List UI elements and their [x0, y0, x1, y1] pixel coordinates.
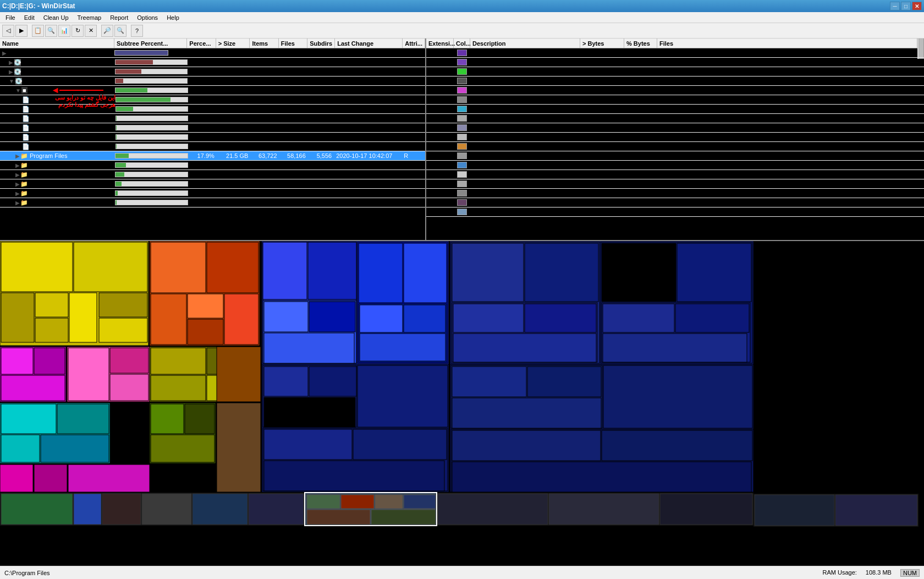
- color-wav: [457, 209, 467, 215]
- ext-row-sys[interactable]: .sys System file 53.9 GB 5.0% 884: [426, 67, 924, 77]
- ext-row-ae[interactable]: .ae... AECACHE File 18.4 GB 1.7% 11,465: [426, 151, 924, 161]
- tree-row-mycomputer[interactable]: ▶ 🖥 My Computer [1:14 s] 1.0 TB 392,732 …: [0, 48, 425, 58]
- tree-col-size[interactable]: > Size: [216, 39, 250, 48]
- ext-row-tif[interactable]: .tif TIF File 20.0 GB 1.9% 858: [426, 133, 924, 142]
- svg-rect-70: [452, 243, 524, 302]
- expand-programdata[interactable]: ▶: [15, 172, 20, 178]
- icon-vd: 💽: [14, 59, 21, 66]
- tree-row-bootnxt[interactable]: 📄 BOOTNXT 0.0% 1 Bytes 2013-06-18 12:18:…: [0, 142, 425, 151]
- expand-mycomputer[interactable]: ▶: [2, 50, 7, 56]
- svg-rect-101: [307, 495, 340, 509]
- ext-row-mov[interactable]: .mov KMP - Apple QuickTime File 106.8 GB…: [426, 58, 924, 67]
- ext-row-psd[interactable]: .psd Adobe Photoshop Image.19 32.6 GB 3.…: [426, 105, 924, 114]
- color-tif: [457, 134, 467, 140]
- tree-col-attri[interactable]: Attri...: [403, 39, 425, 48]
- ext-row-rar[interactable]: .rar WinRAR archive 48.1 GB 4.5% 113: [426, 86, 924, 95]
- tree-row-programdata[interactable]: ▶ 📁 ProgramData 12.3% 14.7 GB 16,628 15,…: [0, 170, 425, 179]
- ext-row-mkv[interactable]: .mkv KMP - Matroska File 6.3 GB 0.6% 18: [426, 198, 924, 207]
- tb-btn-6[interactable]: ↻: [72, 25, 84, 37]
- ext-row-exe[interactable]: .exe Application 11.4 GB 1.1% 3,563: [426, 161, 924, 170]
- svg-rect-4: [35, 318, 68, 342]
- svg-rect-104: [404, 495, 436, 509]
- tree-row-programfiles[interactable]: ▶ 📁 Program Files 17.9% 21.5 GB 63,722 5…: [0, 151, 425, 161]
- tree-col-lastchange[interactable]: Last Change: [335, 39, 403, 48]
- tree-col-items[interactable]: Items: [250, 39, 278, 48]
- svg-rect-24: [224, 294, 258, 345]
- ext-col-ext-header[interactable]: Extensi...: [426, 39, 454, 48]
- tree-col-subdirs[interactable]: Subdirs: [307, 39, 335, 48]
- ext-row-dll[interactable]: .dll Application extension 22.3 GB 2.1% …: [426, 123, 924, 133]
- tb-btn-2[interactable]: ▶: [15, 25, 28, 37]
- svg-rect-92: [452, 462, 751, 492]
- tree-col-files[interactable]: Files: [279, 39, 307, 48]
- close-button[interactable]: ✕: [912, 2, 922, 10]
- icon-files: ■: [21, 87, 28, 94]
- svg-rect-71: [525, 243, 598, 302]
- ext-col-bytes-header[interactable]: > Bytes: [580, 39, 624, 48]
- menu-report[interactable]: Report: [106, 14, 133, 21]
- ext-row-iso[interactable]: .iso Disc Image File 9.1 GB 0.8% 3: [426, 179, 924, 189]
- svg-rect-86: [527, 367, 601, 397]
- bar-recovery: [115, 200, 188, 205]
- menu-help[interactable]: Help: [162, 14, 184, 21]
- tree-row-projectlog[interactable]: 📄 Project.log 0.0% 1.4 KB 2020-06-29 16:…: [0, 133, 425, 142]
- tree-col-subtree[interactable]: Subtree Percent...: [114, 39, 187, 48]
- tree-col-perce[interactable]: Perce...: [187, 39, 216, 48]
- expand-e[interactable]: ▶: [9, 69, 13, 75]
- tree-row-users[interactable]: ▶ 📁 Users 8.0% 9.6 GB 57,318 47,691 9,62…: [0, 179, 425, 189]
- tb-btn-5[interactable]: 📊: [58, 25, 70, 37]
- tree-row-c[interactable]: ▼ 💽 (C:) 11.2% 120.0 GB 288,720 247,291 …: [0, 77, 425, 86]
- svg-rect-85: [452, 367, 526, 397]
- color-sys: [457, 68, 467, 75]
- status-bar: C:\Program Files RAM Usage: 108.3 MB NUM: [0, 566, 924, 579]
- tb-btn-3[interactable]: 📋: [32, 25, 44, 37]
- tb-btn-4[interactable]: 🔍: [45, 25, 57, 37]
- color-exe: [457, 162, 467, 168]
- menu-edit[interactable]: Edit: [20, 14, 39, 21]
- expand-c[interactable]: ▼: [9, 78, 14, 84]
- expand-programfiles[interactable]: ▶: [15, 153, 20, 159]
- tree-row-e[interactable]: ▶ 💽 (E:) 36.0% 386.7 GB 47,921 46,445 1,…: [0, 67, 425, 77]
- tb-btn-7[interactable]: ✕: [85, 25, 97, 37]
- svg-rect-19: [151, 242, 206, 293]
- expand-programfilesx86[interactable]: ▶: [15, 190, 20, 196]
- ext-row-mts[interactable]: .mts MTS File 34.8 GB 3.2% 75: [426, 95, 924, 105]
- icon-windows: 📁: [20, 162, 28, 169]
- ext-row-mp4[interactable]: .mp4 KMP - MP4 Audio/Video File 540.9 GB…: [426, 48, 924, 58]
- ext-row-zip[interactable]: .zip WinRAR ZIP archive 19.7 GB 1.8% 772: [426, 142, 924, 151]
- ext-row-vdi[interactable]: .vdi VDI File 11.2 GB 1.0% 4: [426, 170, 924, 179]
- ext-col-files-header[interactable]: Files: [657, 39, 917, 48]
- treemap-area[interactable]: [0, 241, 924, 566]
- maximize-button[interactable]: □: [901, 2, 911, 10]
- tb-btn-8[interactable]: 🔎: [101, 25, 113, 37]
- ext-row-cfa[interactable]: .cfa CFA File 50.2 GB 4.7% 306: [426, 77, 924, 86]
- tree-col-name[interactable]: Name: [0, 39, 114, 48]
- ext-col-color-header[interactable]: Col...: [454, 39, 470, 48]
- minimize-button[interactable]: ─: [890, 2, 900, 10]
- menu-options[interactable]: Options: [133, 14, 162, 21]
- tb-btn-10[interactable]: ?: [131, 25, 143, 37]
- tree-row-vd[interactable]: ▶ 💽 vD (D:) 52.3% 562.4 GB 55,929 53,065…: [0, 58, 425, 67]
- svg-rect-112: [835, 495, 917, 526]
- menu-treemap[interactable]: Treemap: [73, 14, 106, 21]
- ext-row-jpg[interactable]: .jpg JPEG image 22.9 GB 2.1% 37,598: [426, 114, 924, 123]
- svg-rect-17: [41, 435, 109, 462]
- tree-row-windows[interactable]: ▶ 📁 Windows 13.5% 16.2 GB 123,093 104,19…: [0, 161, 425, 170]
- expand-files[interactable]: ▼: [15, 88, 21, 94]
- tree-row-swapfile[interactable]: 📄 swapfile.sys 0.0% 16.0 MB 2020-10-15 1…: [0, 114, 425, 123]
- ext-col-desc-header[interactable]: Description: [470, 39, 580, 48]
- ext-col-pct-header[interactable]: % Bytes: [624, 39, 657, 48]
- ext-row-aep[interactable]: .aep Adobe After Effects Project 6.6 GB …: [426, 189, 924, 198]
- expand-recovery[interactable]: ▶: [15, 200, 20, 206]
- tree-row-bootmgr[interactable]: 📄 bootmgr 0.0% 394.8 KB 2014-11-21 08:10…: [0, 123, 425, 133]
- menu-cleanup[interactable]: Clean Up: [39, 14, 73, 21]
- tree-row-recovery[interactable]: ▶ 📁 Recovery 0.2% 263.0 MB 4 3 1 2020-06…: [0, 198, 425, 207]
- expand-users[interactable]: ▶: [15, 181, 20, 187]
- menu-file[interactable]: File: [1, 14, 20, 21]
- tb-btn-1[interactable]: ◁: [2, 25, 14, 37]
- tree-row-programfilesx86[interactable]: ▶ 📁 Program Files (x86) 3.4% 4.1 GB 27,7…: [0, 189, 425, 198]
- expand-vd[interactable]: ▶: [9, 59, 13, 65]
- tb-btn-9[interactable]: 🔍: [114, 25, 127, 37]
- ext-row-wav[interactable]: .wav AIMP: Microsoft Wave 6.1 GB 0.6% 2,…: [426, 207, 924, 217]
- expand-windows[interactable]: ▶: [15, 162, 20, 168]
